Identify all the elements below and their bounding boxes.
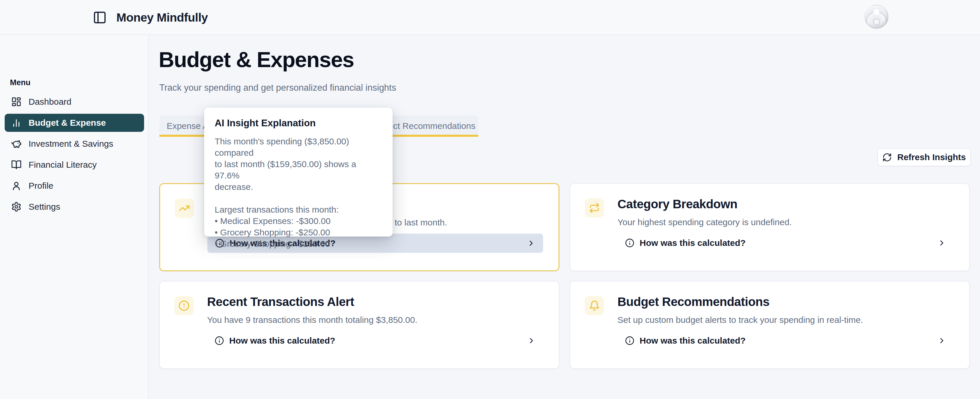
card-body: Your highest spending category is undefi… — [617, 216, 954, 228]
sidebar-item-label: Profile — [29, 181, 53, 191]
chevron-right-icon — [937, 336, 946, 345]
card-body: You have 9 transactions this month total… — [207, 314, 543, 326]
tooltip-paragraph-line: This month's spending ($3,850.00) compar… — [215, 136, 382, 158]
sidebar: Menu Dashboard Budget & Expense Investme… — [0, 35, 149, 399]
sidebar-item-label: Investment & Savings — [29, 139, 113, 149]
sidebar-toggle-button[interactable] — [93, 11, 107, 24]
open-book-icon — [11, 159, 22, 170]
info-icon — [625, 336, 635, 345]
how-calculated-label: How was this calculated? — [640, 238, 746, 248]
dashboard-grid-icon — [11, 97, 22, 107]
tooltip-list-item: • Medical Expenses: -$300.00 — [215, 215, 382, 227]
sidebar-item-investment-savings[interactable]: Investment & Savings — [5, 135, 144, 153]
user-icon — [11, 181, 22, 191]
gear-icon — [11, 202, 22, 212]
sidebar-item-label: Settings — [29, 202, 60, 212]
tooltip-blank-line — [215, 192, 382, 204]
trending-up-icon — [175, 199, 194, 218]
alert-circle-icon — [174, 296, 194, 315]
refresh-insights-label: Refresh Insights — [897, 152, 966, 162]
card-title: Recent Transactions Alert — [207, 294, 543, 310]
ai-insight-tooltip: AI Insight Explanation This month's spen… — [204, 108, 393, 237]
how-calculated-label: How was this calculated? — [640, 336, 746, 346]
sidebar-item-settings[interactable]: Settings — [5, 198, 144, 216]
sidebar-item-dashboard[interactable]: Dashboard — [5, 93, 144, 111]
tooltip-list-header: Largest transactions this month: — [215, 204, 382, 215]
sidebar-item-budget-expense[interactable]: Budget & Expense — [5, 114, 144, 132]
page-title: Budget & Expenses — [159, 47, 354, 72]
chevron-right-icon — [527, 336, 536, 345]
sidebar-item-financial-literacy[interactable]: Financial Literacy — [5, 156, 144, 174]
sidebar-nav: Dashboard Budget & Expense Investment & … — [5, 93, 144, 219]
bell-icon — [585, 296, 604, 315]
sidebar-item-label: Budget & Expense — [29, 118, 106, 128]
chevron-right-icon — [937, 238, 946, 247]
tooltip-paragraph-line: to last month ($159,350.00) shows a 97.6… — [215, 158, 382, 181]
app-window: Money Mindfully Menu Dashboard Budget & … — [0, 0, 980, 399]
info-icon — [215, 336, 224, 345]
how-calculated-button[interactable]: How was this calculated? — [617, 331, 954, 350]
insight-card-recent-transactions: Recent Transactions Alert You have 9 tra… — [159, 281, 559, 369]
insight-card-budget-recommendations: Budget Recommendations Set up custom bud… — [570, 281, 970, 369]
card-title: Budget Recommendations — [617, 294, 954, 310]
sidebar-item-label: Financial Literacy — [29, 160, 97, 170]
sidebar-item-label: Dashboard — [29, 97, 72, 107]
sidebar-item-profile[interactable]: Profile — [5, 177, 144, 195]
top-header: Money Mindfully — [0, 0, 980, 35]
page-subtitle: Track your spending and get personalized… — [159, 83, 396, 93]
card-title: Category Breakdown — [617, 197, 954, 212]
tooltip-title: AI Insight Explanation — [215, 118, 382, 129]
refresh-icon — [882, 153, 892, 162]
piggy-bank-icon — [11, 138, 22, 149]
repeat-icon — [585, 198, 604, 218]
avatar[interactable] — [864, 5, 888, 29]
tooltip-list-item: • Grocery Shopping: -$250.00 — [215, 238, 382, 250]
panel-left-icon — [93, 11, 107, 24]
how-calculated-label: How was this calculated? — [229, 336, 335, 346]
insight-card-category-breakdown: Category Breakdown Your highest spending… — [570, 183, 970, 271]
menu-section-label: Menu — [10, 78, 30, 87]
app-title: Money Mindfully — [116, 0, 208, 35]
bar-chart-icon — [11, 118, 22, 128]
tooltip-paragraph-line: decrease. — [215, 181, 382, 192]
refresh-insights-button[interactable]: Refresh Insights — [877, 148, 971, 166]
how-calculated-button[interactable]: How was this calculated? — [207, 331, 543, 350]
chevron-right-icon — [527, 239, 536, 248]
tooltip-list-item: • Grocery Shopping: -$250.00 — [215, 227, 382, 238]
card-body: Set up custom budget alerts to track you… — [617, 314, 954, 326]
how-calculated-button[interactable]: How was this calculated? — [617, 233, 954, 253]
info-icon — [625, 238, 635, 248]
